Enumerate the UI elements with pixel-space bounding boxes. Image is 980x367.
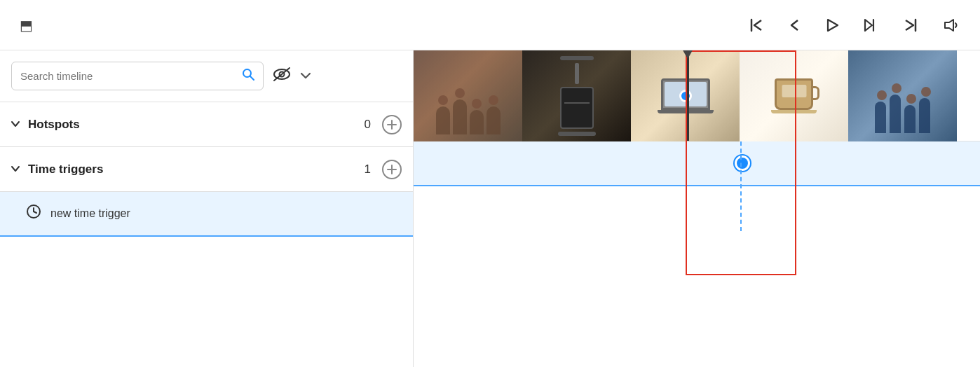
hotspots-layer-row: Hotspots 0 [0,102,413,147]
french-press-silhouette [522,50,631,141]
coffee-cup-silhouette [740,50,848,141]
prev-frame-button[interactable] [784,15,805,36]
visibility-icon [272,67,292,82]
prev-frame-icon [787,18,802,33]
trigger-label: new time trigger [50,207,130,220]
audio-icon [942,18,960,33]
left-panel: Hotspots 0 Time triggers 1 [0,50,414,367]
play-button[interactable] [822,15,843,36]
office-people-silhouette [848,50,957,141]
time-triggers-label: Time triggers [28,162,359,176]
hotspots-chevron[interactable] [11,119,20,130]
go-to-end-button[interactable] [899,15,923,36]
go-to-start-icon [749,18,764,33]
dashed-connector-line [740,141,742,231]
next-frame-icon [862,18,879,33]
split-view-button[interactable]: ⬒ [17,14,36,36]
svg-marker-2 [865,20,872,31]
chevron-down-icon [300,71,311,80]
visibility-toggle-button[interactable] [272,67,292,86]
search-row [0,50,413,102]
playhead-triangle [682,50,693,59]
timeline-trigger-row [414,141,980,186]
plus-icon [386,119,397,130]
thumbnail-strip [414,50,980,141]
search-box[interactable] [11,62,264,90]
thumbnail-3-dot [679,90,692,102]
add-time-trigger-button[interactable] [382,160,402,179]
top-toolbar: ⬒ [0,0,980,50]
trigger-timeline-dot[interactable] [735,155,750,171]
toolbar-left: ⬒ [17,14,36,36]
go-to-start-button[interactable] [746,15,767,36]
add-hotspot-button[interactable] [382,115,402,134]
svg-marker-1 [828,20,838,31]
hotspots-count: 0 [365,118,371,132]
svg-marker-5 [945,20,953,31]
search-icon [242,68,254,84]
filter-chevron-button[interactable] [300,69,311,83]
hotspots-label: Hotspots [28,118,359,132]
main-area: Hotspots 0 Time triggers 1 [0,50,980,367]
svg-line-17 [34,212,36,213]
chevron-down-icon [11,165,20,172]
timeline-panel [414,50,980,367]
chevron-down-icon [11,120,20,127]
people-silhouette [414,50,522,141]
plus-icon [386,164,397,175]
time-triggers-layer-row: Time triggers 1 [0,147,413,192]
thumbnail-5[interactable] [848,50,957,141]
audio-button[interactable] [939,15,963,36]
thumbnail-1[interactable] [414,50,522,141]
playhead-line [687,50,689,141]
time-triggers-count: 1 [365,162,371,176]
next-frame-button[interactable] [859,15,882,36]
clock-icon [25,203,42,224]
svg-line-7 [250,76,254,80]
toolbar-right [746,15,963,36]
time-triggers-chevron[interactable] [11,164,20,174]
go-to-end-icon [901,18,920,33]
search-input[interactable] [20,70,236,82]
thumbnail-4[interactable] [740,50,848,141]
thumbnail-2[interactable] [522,50,631,141]
thumbnail-3[interactable] [631,50,740,141]
play-icon [824,18,840,33]
trigger-item-row[interactable]: new time trigger [0,192,413,237]
